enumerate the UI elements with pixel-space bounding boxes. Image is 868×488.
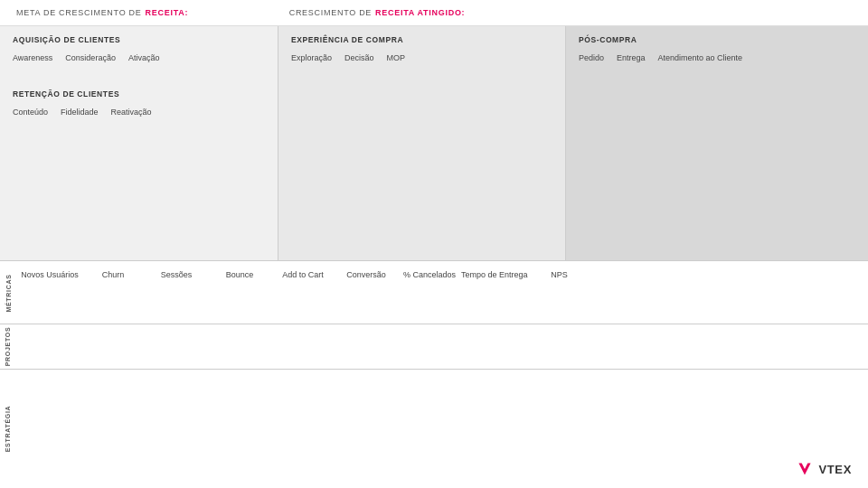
vtex-logo: VTEX bbox=[795, 459, 852, 479]
retencao-item-conteudo: Conteúdo bbox=[13, 108, 48, 117]
experiencia-title: EXPERIÊNCIA DE COMPRA bbox=[291, 35, 552, 44]
poscompra-item-entrega: Entrega bbox=[617, 53, 646, 62]
projetos-vertical-label: PROJETOS bbox=[0, 324, 16, 369]
metricas-label-text: MÉTRICAS bbox=[5, 274, 12, 312]
main-content: AQUISIÇÃO DE CLIENTES Awareness Consider… bbox=[0, 25, 868, 488]
top-header: META DE CRESCIMENTO DE RECEITA: CRESCIME… bbox=[0, 0, 868, 25]
poscompra-items: Pedido Entrega Atendimento ao Cliente bbox=[579, 53, 855, 62]
columns-area: AQUISIÇÃO DE CLIENTES Awareness Consider… bbox=[0, 25, 868, 260]
metric-cancelados: % Cancelados bbox=[398, 270, 461, 279]
col-experiencia: EXPERIÊNCIA DE COMPRA Exploração Decisão… bbox=[278, 26, 566, 260]
metrics-items: Novos Usuários Churn Sessões Bounce Add … bbox=[0, 261, 868, 324]
poscompra-title: PÓS-COMPRA bbox=[579, 35, 855, 44]
crescimento-value: RECEITA ATINGIDO: bbox=[375, 8, 465, 17]
metrics-section: MÉTRICAS Novos Usuários Churn Sessões Bo… bbox=[0, 260, 868, 324]
metric-add-to-cart: Add to Cart bbox=[271, 270, 335, 279]
metric-nps: NPS bbox=[528, 270, 591, 279]
projetos-label-text: PROJETOS bbox=[5, 327, 12, 367]
metric-bounce: Bounce bbox=[208, 270, 271, 279]
retencao-block: RETENÇÃO DE CLIENTES Conteúdo Fidelidade… bbox=[13, 89, 265, 117]
metric-churn: Churn bbox=[81, 270, 145, 279]
metric-novos-usuarios: Novos Usuários bbox=[18, 270, 81, 279]
estrategia-section: ESTRATÉGIA VTEX bbox=[0, 369, 868, 488]
poscompra-item-atendimento: Atendimento ao Cliente bbox=[658, 53, 743, 62]
aquisicao-item-consideracao: Consideração bbox=[65, 53, 116, 62]
experiencia-item-decisao: Decisão bbox=[344, 53, 374, 62]
aquisicao-item-ativacao: Ativação bbox=[128, 53, 160, 62]
projetos-section: PROJETOS bbox=[0, 324, 868, 369]
meta-value: RECEITA: bbox=[146, 8, 189, 17]
vtex-text: VTEX bbox=[818, 463, 852, 476]
experiencia-items: Exploração Decisão MOP bbox=[291, 53, 552, 62]
estrategia-vertical-label: ESTRATÉGIA bbox=[0, 370, 16, 488]
retencao-item-fidelidade: Fidelidade bbox=[61, 108, 99, 117]
col-poscompra: PÓS-COMPRA Pedido Entrega Atendimento ao… bbox=[566, 26, 868, 260]
metricas-vertical-label: MÉTRICAS bbox=[0, 261, 16, 324]
retencao-item-reativacao: Reativação bbox=[111, 108, 152, 117]
estrategia-label-text: ESTRATÉGIA bbox=[5, 406, 12, 453]
metric-tempo-entrega: Tempo de Entrega bbox=[461, 270, 528, 279]
vtex-icon bbox=[795, 459, 815, 479]
retencao-items: Conteúdo Fidelidade Reativação bbox=[13, 108, 265, 117]
metric-conversao: Conversão bbox=[335, 270, 398, 279]
svg-marker-0 bbox=[799, 463, 811, 474]
separator bbox=[215, 8, 262, 17]
metric-sessoes: Sessões bbox=[145, 270, 208, 279]
aquisicao-item-awareness: Awareness bbox=[13, 53, 52, 62]
col-aquisicao: AQUISIÇÃO DE CLIENTES Awareness Consider… bbox=[0, 26, 278, 260]
meta-label: META DE CRESCIMENTO DE bbox=[16, 8, 142, 17]
aquisicao-items: Awareness Consideração Ativação bbox=[13, 53, 265, 62]
retencao-title: RETENÇÃO DE CLIENTES bbox=[13, 89, 265, 99]
experiencia-item-exploracao: Exploração bbox=[291, 53, 332, 62]
experiencia-item-mop: MOP bbox=[387, 53, 406, 62]
aquisicao-title: AQUISIÇÃO DE CLIENTES bbox=[13, 35, 265, 44]
crescimento-label: CRESCIMENTO DE bbox=[289, 8, 372, 17]
poscompra-item-pedido: Pedido bbox=[579, 53, 604, 62]
